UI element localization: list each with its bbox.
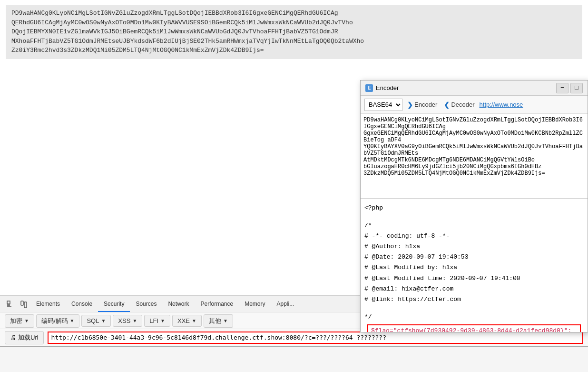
load-url-button[interactable]: 🖨 加载Url [5,331,44,344]
tab-elements[interactable]: Elements [30,297,66,312]
xss-arrow-icon: ▼ [132,318,137,323]
url-input-field[interactable] [48,332,583,344]
output-last-modified-time: # @Last Modified time: 2020-09-07 19:41:… [364,273,584,284]
sql-arrow-icon: ▼ [101,318,106,323]
xxe-arrow-icon: ▼ [192,318,196,323]
output-blank1 [364,213,584,221]
encode-arrow-icon: ❯ [407,101,413,109]
qita-arrow-icon: ▼ [223,318,228,323]
encoder-maximize-button[interactable]: □ [570,83,583,93]
jiami-button[interactable]: 加密 ▼ [5,314,34,328]
output-comment-open: /* [364,221,584,231]
encoder-encode-button[interactable]: ❯ Encoder [405,100,439,110]
output-blank2 [364,305,584,312]
output-email: # @email: h1xa@ctfer.com [364,284,584,294]
qita-button[interactable]: 其他 ▼ [204,314,233,328]
output-comment-close: */ [364,312,584,322]
encoder-type-select[interactable]: BASE64 URL HTML HEX MD5 [364,99,402,111]
tab-memory[interactable]: Memory [239,297,271,312]
tab-security[interactable]: Security [98,297,130,312]
output-coding: # -*- coding: utf-8 -*- [364,231,584,241]
output-date: # @Date: 2020-09-07 19:40:53 [364,252,584,262]
encoder-external-link[interactable]: http://www.nose [480,101,523,108]
xss-button[interactable]: XSS ▼ [113,315,142,327]
jiami-label: 加密 [10,317,22,325]
decode-arrow-icon: ❮ [444,101,450,109]
encoder-minimize-button[interactable]: − [556,83,568,93]
tab-performance[interactable]: Performance [195,297,239,312]
xxe-label: XXE [177,317,190,324]
sql-label: SQL [87,317,99,324]
encode-label: Encoder [414,101,437,108]
bianma-label: 编码/解码 [41,317,68,325]
tab-sources[interactable]: Sources [130,297,162,312]
encoder-title-buttons: − □ [556,83,583,93]
output-link: # @link: https://ctfer.com [364,294,584,305]
load-url-label: 加载Url [18,333,39,342]
lfi-label: LFI [149,317,158,324]
lfi-button[interactable]: LFI ▼ [144,315,170,327]
tab-network[interactable]: Network [162,297,195,312]
xss-label: XSS [118,317,130,324]
output-author: # @Author: h1xa [364,241,584,252]
svg-rect-0 [7,301,10,304]
bianma-button[interactable]: 编码/解码 ▼ [36,314,80,328]
base64-display-text: PD9waHANCg0KLyoNCiMgLSotIGNvZGluZzogdXRm… [6,5,582,59]
xxe-button[interactable]: XXE ▼ [172,315,202,327]
output-line-php: <?php [364,203,584,213]
lfi-arrow-icon: ▼ [160,318,165,323]
devtools-inspect-icon[interactable] [4,298,17,311]
encoder-output-area: <?php /* # -*- coding: utf-8 -*- # @Auth… [361,199,588,332]
encoder-decode-button[interactable]: ❮ Decoder [442,100,476,110]
encoder-title-text: Encoder [376,84,399,91]
encoder-titlebar: E Encoder − □ [361,80,588,96]
output-last-modified-by: # @Last Modified by: h1xa [364,262,584,273]
encoder-title-left: E Encoder [365,84,399,92]
sql-button[interactable]: SQL ▼ [81,315,111,327]
encoder-toolbar: BASE64 URL HTML HEX MD5 ❯ Encoder ❮ Deco… [361,96,588,114]
svg-rect-4 [21,301,23,305]
tab-appli[interactable]: Appli... [271,297,300,312]
decode-label: Decoder [451,101,474,108]
devtools-mobile-icon[interactable] [17,298,30,311]
jiami-arrow-icon: ▼ [24,318,29,323]
flag-output-line: $flag="ctfshow{7d930492-9d39-4863-8d44-d… [367,324,581,332]
printer-icon: 🖨 [10,334,16,341]
status-bar [0,346,588,372]
qita-label: 其他 [209,317,221,325]
bianma-arrow-icon: ▼ [70,318,75,323]
tab-console[interactable]: Console [66,297,98,312]
encoder-icon: E [365,84,373,92]
svg-rect-5 [24,302,27,308]
encoder-input-textarea[interactable]: PD9waHANCg0KLyoNCiMgLSotIGNvZGluZzogdXRm… [361,114,588,199]
encoder-window: E Encoder − □ BASE64 URL HTML HEX MD5 ❯ … [360,80,588,332]
